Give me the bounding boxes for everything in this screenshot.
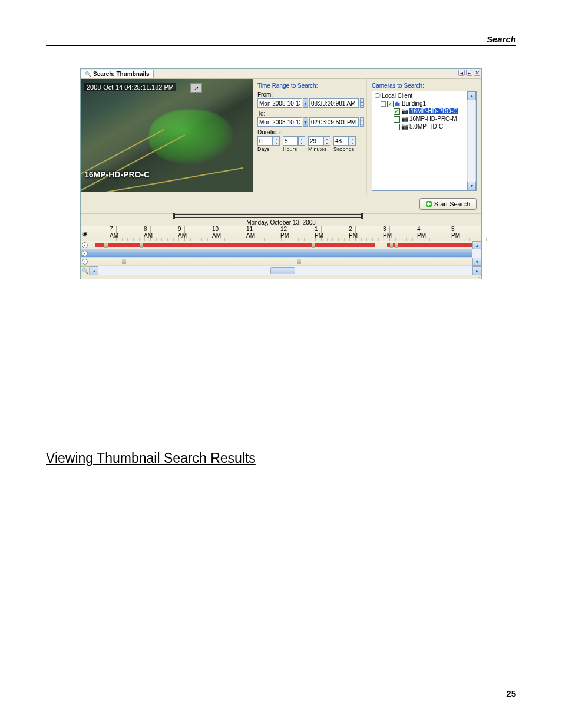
camera-icon: 📷 [401, 123, 408, 130]
tree-root[interactable]: 🖵Local Client [375, 92, 475, 100]
page-header: Search [46, 34, 516, 45]
page-number: 25 [46, 686, 516, 699]
hscroll-right[interactable]: ▸ [472, 266, 481, 275]
resize-grip[interactable]: ⋰ [81, 275, 481, 279]
time-ruler[interactable]: ◉ 7 AM8 AM9 AM10 AM11 AM12 PM1 PM2 PM3 P… [81, 226, 481, 241]
tab-strip: 🔍 Search: Thumbnails ◂ ▸ ✕ [81, 69, 481, 79]
roi-handle-right[interactable] [361, 213, 363, 219]
minutes-spinner[interactable]: ▲▼ [323, 136, 330, 146]
timeline-hscroll[interactable]: 🔍 ◂ ▸ [81, 266, 481, 275]
start-search-button[interactable]: ✚ Start Search [419, 198, 477, 210]
cam2-checkbox[interactable]: ✔ [394, 116, 400, 123]
row-toggle-icon[interactable]: • [82, 242, 88, 248]
vscroll-up[interactable]: ▴ [472, 241, 481, 249]
from-date-dropdown[interactable]: ▼ [303, 98, 308, 108]
tree-building[interactable]: −✔🖿Building1 [375, 100, 475, 107]
building-checkbox[interactable]: ✔ [387, 101, 394, 107]
days-lbl: Days [257, 146, 270, 152]
to-time-input[interactable] [309, 117, 359, 127]
to-date-input[interactable] [257, 117, 302, 127]
tab-search-thumbnails[interactable]: 🔍 Search: Thumbnails [81, 70, 154, 78]
tree-scroll-up[interactable]: ▴ [467, 91, 476, 100]
prev-tab-button[interactable]: ◂ [458, 70, 465, 76]
next-tab-button[interactable]: ▸ [466, 70, 472, 76]
hour-label: 12 PM [280, 226, 289, 239]
hour-label: 2 PM [349, 226, 358, 239]
hour-label: 10 AM [212, 226, 221, 239]
hour-label: 7 AM [110, 226, 118, 239]
tree-cam1[interactable]: ✔📷16MP-HD-PRO-C [375, 107, 475, 115]
hour-label: 8 AM [144, 226, 153, 239]
hour-label: 1 PM [315, 226, 323, 239]
ruler-left-control[interactable]: ◉ [81, 226, 90, 241]
hscroll-thumb[interactable] [270, 267, 295, 274]
days-spinner[interactable]: ▲▼ [273, 136, 280, 146]
from-time-input[interactable] [309, 98, 359, 108]
timeline: Monday, October 13, 2008 ◉ 7 AM8 AM9 AM1… [81, 213, 481, 279]
timeline-row-3[interactable]: • [81, 258, 481, 266]
to-date-dropdown[interactable]: ▼ [303, 117, 308, 127]
timeline-vscroll[interactable]: ▴ ▾ [472, 241, 481, 266]
app-window: 🔍 Search: Thumbnails ◂ ▸ ✕ 2008-Oct-14 0… [80, 68, 482, 279]
cameras-panel: Cameras to Search: ▴ ▾ 🖵Local Client −✔🖿… [367, 79, 481, 195]
ptz-icon[interactable]: ↗ [190, 83, 202, 93]
seconds-input[interactable] [333, 136, 349, 146]
start-search-label: Start Search [434, 200, 470, 207]
hours-spinner[interactable]: ▲▼ [298, 136, 305, 146]
roi-selection[interactable] [174, 214, 362, 218]
cam1-checkbox[interactable]: ✔ [394, 108, 400, 115]
hours-lbl: Hours [283, 146, 297, 152]
camera-tree[interactable]: ▴ ▾ 🖵Local Client −✔🖿Building1 ✔📷16MP-HD… [372, 91, 477, 191]
collapse-icon[interactable]: − [381, 101, 386, 107]
roi-handle-left[interactable] [173, 213, 175, 219]
time-range-panel: Time Range to Search: From: ▼ ▲▼ To: ▼ ▲… [253, 79, 367, 195]
timeline-date: Monday, October 13, 2008 [81, 218, 481, 226]
seconds-lbl: Seconds [333, 146, 354, 152]
duration-label: Duration: [257, 129, 362, 136]
days-input[interactable] [257, 136, 273, 146]
hour-label: 9 AM [178, 226, 187, 239]
tree-scroll-down[interactable]: ▾ [467, 182, 476, 190]
zoom-icon[interactable]: 🔍 [81, 266, 90, 275]
row-toggle-icon[interactable]: • [82, 251, 88, 256]
camera-icon: 📷 [401, 116, 408, 122]
time-range-title: Time Range to Search: [257, 83, 362, 89]
hour-label: 3 PM [383, 226, 392, 239]
from-date-input[interactable] [257, 98, 302, 108]
header-rule [46, 45, 516, 46]
timeline-row-2[interactable]: • [81, 249, 481, 258]
timeline-row-1[interactable]: • [81, 241, 481, 249]
preview-camera-name: 16MP-HD-PRO-C [84, 170, 150, 179]
hour-label: 4 PM [417, 226, 426, 239]
video-preview: 2008-Oct-14 04:25:11.182 PM ↗ 16MP-HD-PR… [81, 79, 253, 192]
tab-title: Search: Thumbnails [93, 71, 150, 77]
tree-scroll-track[interactable] [467, 100, 476, 182]
folder-icon: 🖿 [395, 100, 401, 107]
to-time-spinner[interactable]: ▲▼ [360, 117, 364, 127]
monitor-icon: 🖵 [375, 93, 381, 99]
hour-label: 11 AM [246, 226, 255, 239]
vscroll-down[interactable]: ▾ [472, 258, 481, 266]
preview-timestamp: 2008-Oct-14 04:25:11.182 PM [84, 83, 176, 91]
tree-cam3[interactable]: ✔📷5.0MP-HD-C [375, 123, 475, 130]
minutes-lbl: Minutes [308, 146, 327, 152]
row-toggle-icon[interactable]: • [82, 259, 88, 265]
close-tab-button[interactable]: ✕ [474, 70, 480, 76]
plus-icon: ✚ [426, 201, 432, 207]
search-icon: 🔍 [85, 71, 91, 77]
from-time-spinner[interactable]: ▲▼ [360, 98, 364, 108]
hour-label: 5 PM [451, 226, 460, 239]
from-label: From: [257, 91, 362, 98]
tree-cam2[interactable]: ✔📷16MP-HD-PRO-M [375, 115, 475, 123]
to-label: To: [257, 110, 362, 117]
cameras-title: Cameras to Search: [372, 83, 477, 89]
cam3-checkbox[interactable]: ✔ [394, 124, 400, 130]
hscroll-left[interactable]: ◂ [90, 266, 98, 275]
section-heading: Viewing Thumbnail Search Results [46, 450, 516, 466]
hours-input[interactable] [283, 136, 298, 146]
camera-icon: 📷 [401, 108, 408, 114]
seconds-spinner[interactable]: ▲▼ [349, 136, 356, 146]
minutes-input[interactable] [308, 136, 323, 146]
